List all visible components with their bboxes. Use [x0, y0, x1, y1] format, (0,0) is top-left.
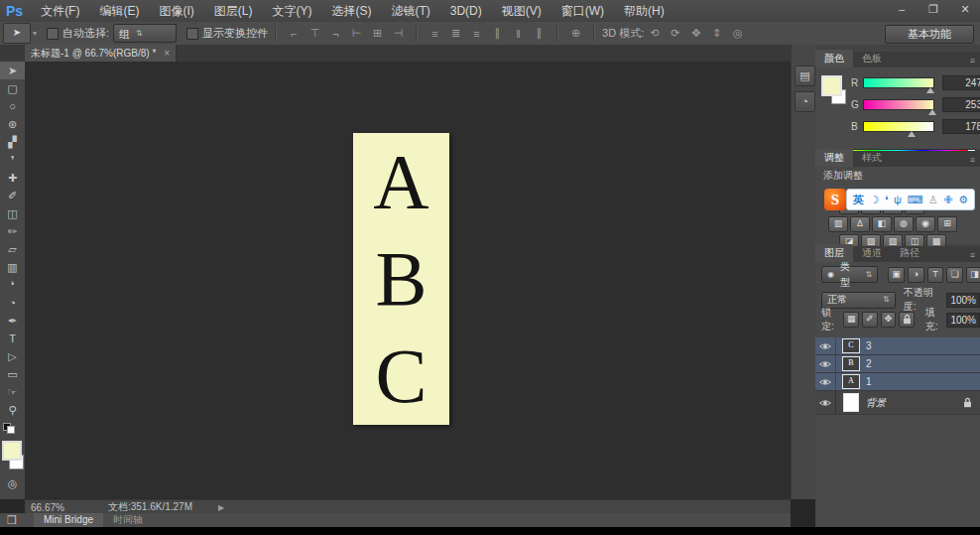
eyedropper-tool-button[interactable]: ❜ — [0, 151, 25, 169]
visibility-toggle[interactable] — [815, 373, 836, 390]
auto-select-checkbox[interactable] — [47, 28, 59, 40]
ime-account-icon[interactable]: ♙ — [928, 194, 938, 206]
filter-adjustment-layers-icon[interactable]: ◑ — [908, 267, 924, 283]
visibility-toggle[interactable] — [815, 337, 836, 354]
shape-tool-button[interactable]: ▭ — [0, 365, 25, 383]
blue-slider-thumb[interactable] — [908, 131, 916, 137]
layer-row-3[interactable]: C 3 — [815, 337, 980, 355]
green-value[interactable]: 253 — [942, 97, 980, 112]
blur-tool-button[interactable]: ❛ — [0, 276, 25, 294]
restore-button[interactable]: ❐ — [922, 2, 944, 17]
tool-preset-arrow-icon[interactable]: ▾ — [33, 29, 37, 38]
align-bottom-edges-icon[interactable]: ⊣ — [390, 27, 407, 40]
foreground-color-swatch[interactable] — [2, 441, 22, 461]
dodge-tool-button[interactable]: ◔ — [0, 294, 25, 312]
red-slider[interactable] — [863, 77, 934, 88]
document-tab[interactable]: 未标题-1 @ 66.7%(RGB/8) * × — [25, 45, 177, 62]
photo-filter-icon[interactable]: ◉ — [916, 216, 935, 232]
filter-smart-objects-icon[interactable]: ◨ — [966, 267, 980, 283]
menu-layer[interactable]: 图层(L) — [204, 0, 263, 22]
blue-value[interactable]: 178 — [942, 119, 980, 134]
3d-scale-icon[interactable]: ◎ — [729, 27, 746, 40]
layer-name[interactable]: 3 — [866, 340, 872, 351]
layer-row-2[interactable]: B 2 — [815, 355, 980, 373]
menu-edit[interactable]: 编辑(E) — [89, 0, 149, 22]
close-button[interactable]: ✕ — [954, 2, 976, 17]
sogou-logo-icon[interactable]: S — [824, 189, 846, 210]
fill-value[interactable]: 100% — [946, 313, 980, 328]
layer-thumbnail[interactable]: B — [842, 356, 860, 371]
menu-window[interactable]: 窗口(W) — [551, 0, 614, 22]
lock-image-pixels-icon[interactable]: ✐ — [862, 312, 878, 328]
3d-slide-icon[interactable]: ⇕ — [708, 27, 725, 40]
distribute-horizontal-centers-icon[interactable]: ‖ — [510, 28, 527, 40]
tab-timeline[interactable]: 时间轴 — [103, 513, 153, 527]
layer-thumbnail[interactable]: C — [842, 338, 860, 353]
lasso-tool-button[interactable]: ○ — [0, 97, 25, 115]
ime-skin-icon[interactable]: ✙ — [943, 194, 952, 206]
filter-shape-layers-icon[interactable]: ❏ — [946, 267, 963, 283]
show-transform-checkbox[interactable] — [186, 28, 198, 40]
gradient-tool-button[interactable]: ▥ — [0, 258, 25, 276]
panel-menu-icon[interactable]: ≡ — [965, 153, 980, 167]
layer-filter-dropdown[interactable]: ◉ 类型 ⇅ — [821, 266, 878, 283]
layer-row-background[interactable]: 背景 — [815, 391, 980, 415]
layer-name[interactable]: 背景 — [866, 396, 886, 410]
menu-filter[interactable]: 滤镜(T) — [381, 0, 439, 22]
lock-transparent-pixels-icon[interactable]: ▦ — [843, 312, 859, 328]
channel-mixer-icon[interactable]: ⊞ — [937, 216, 957, 232]
visibility-toggle[interactable] — [815, 355, 836, 372]
lock-position-icon[interactable]: ✥ — [881, 312, 897, 328]
vibrance-icon[interactable]: ▥ — [828, 216, 848, 232]
align-left-edges-icon[interactable]: ⌐ — [286, 28, 303, 40]
quick-selection-tool-button[interactable]: ⊛ — [0, 115, 25, 133]
distribute-left-edges-icon[interactable]: ∥ — [489, 27, 506, 40]
menu-file[interactable]: 文件(F) — [31, 0, 89, 22]
3d-rotate-icon[interactable]: ⟲ — [646, 27, 663, 40]
distribute-bottom-edges-icon[interactable]: ≡ — [468, 28, 485, 40]
zoom-tool-button[interactable]: ⚲ — [0, 401, 25, 419]
auto-align-layers-icon[interactable]: ⊕ — [567, 27, 584, 40]
default-colors-icon[interactable] — [3, 423, 15, 433]
ime-language-icon[interactable]: 英 — [853, 193, 864, 207]
tab-paths[interactable]: 路径 — [891, 244, 928, 262]
ime-wrench-icon[interactable]: ⚙ — [958, 194, 968, 206]
move-tool-button[interactable]: ➤ — [0, 62, 25, 79]
align-top-edges-icon[interactable]: ⊢ — [348, 27, 365, 40]
filter-pixel-layers-icon[interactable]: ▣ — [888, 267, 905, 283]
history-panel-icon[interactable]: ▤ — [795, 66, 815, 86]
tab-close-icon[interactable]: × — [164, 45, 170, 62]
distribute-top-edges-icon[interactable]: ≡ — [427, 28, 443, 40]
auto-select-dropdown[interactable]: 组⇅ — [113, 24, 177, 43]
clone-stamp-tool-button[interactable]: ◫ — [0, 204, 25, 222]
properties-panel-icon[interactable]: ◔ — [795, 91, 815, 112]
blue-slider[interactable] — [863, 121, 934, 132]
panel-foreground-swatch[interactable] — [821, 75, 842, 96]
current-tool-icon[interactable]: ➤ — [3, 23, 31, 44]
quick-mask-button[interactable]: ◎ — [0, 474, 25, 492]
layer-name[interactable]: 1 — [866, 376, 872, 387]
ime-night-mode-icon[interactable]: ☽ — [869, 194, 879, 206]
path-selection-tool-button[interactable]: ▷ — [0, 347, 25, 365]
align-right-edges-icon[interactable]: ¬ — [327, 28, 344, 40]
menu-type[interactable]: 文字(Y) — [262, 0, 321, 22]
3d-roll-icon[interactable]: ⟳ — [667, 27, 683, 40]
menu-view[interactable]: 视图(V) — [492, 0, 551, 22]
pen-tool-button[interactable]: ✒ — [0, 312, 25, 330]
menu-3d[interactable]: 3D(D) — [440, 0, 492, 22]
canvas-workspace[interactable]: A B C — [25, 62, 791, 499]
status-options-arrow-icon[interactable]: ▶ — [218, 503, 224, 512]
zoom-level-value[interactable]: 66.67% — [31, 502, 64, 513]
menu-image[interactable]: 图像(I) — [149, 0, 203, 22]
eraser-tool-button[interactable]: ▱ — [0, 240, 25, 258]
green-slider[interactable] — [863, 99, 934, 110]
tab-color[interactable]: 颜色 — [815, 50, 853, 67]
visibility-toggle[interactable] — [815, 391, 836, 414]
minimize-button[interactable]: – — [891, 2, 913, 17]
filter-type-layers-icon[interactable]: T — [927, 267, 944, 283]
3d-drag-icon[interactable]: ✥ — [687, 27, 704, 40]
align-vertical-centers-icon[interactable]: ⊞ — [369, 27, 386, 40]
hue-saturation-icon[interactable]: ∆ — [850, 216, 870, 232]
tab-adjustments[interactable]: 调整 — [815, 149, 853, 167]
hand-tool-button[interactable]: ☞ — [0, 383, 25, 401]
